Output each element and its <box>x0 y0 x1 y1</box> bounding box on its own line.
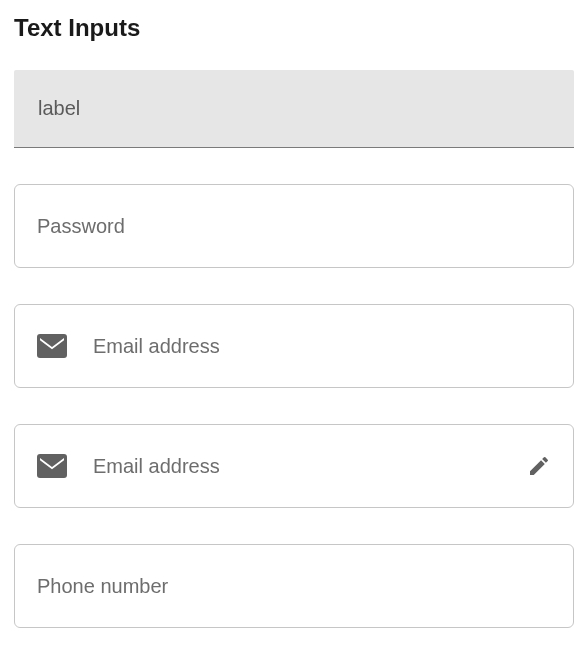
field-label[interactable] <box>14 70 574 148</box>
field-password[interactable] <box>14 184 574 268</box>
svg-rect-0 <box>37 334 67 358</box>
field-email1[interactable] <box>14 304 574 388</box>
envelope-icon <box>37 454 67 478</box>
email1-input[interactable] <box>93 305 551 387</box>
label-input[interactable] <box>38 70 550 147</box>
phone-input[interactable] <box>37 545 551 627</box>
field-label-wrap <box>14 70 574 148</box>
field-email2-wrap <box>14 424 574 508</box>
envelope-icon <box>37 334 67 358</box>
field-email1-wrap <box>14 304 574 388</box>
pencil-icon[interactable] <box>527 454 551 478</box>
password-input[interactable] <box>37 185 551 267</box>
field-email2[interactable] <box>14 424 574 508</box>
field-phone[interactable] <box>14 544 574 628</box>
email2-input[interactable] <box>93 425 509 507</box>
svg-rect-1 <box>37 454 67 478</box>
field-phone-wrap <box>14 544 574 628</box>
section-title: Text Inputs <box>14 14 574 42</box>
field-password-wrap <box>14 184 574 268</box>
